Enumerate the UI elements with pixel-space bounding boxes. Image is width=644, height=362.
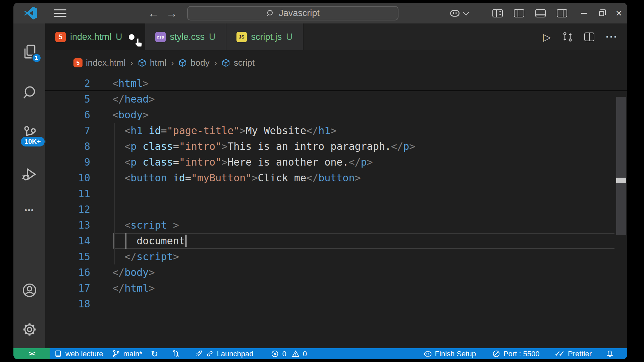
- code-text[interactable]: document: [112, 233, 627, 249]
- git-graph-item[interactable]: [167, 348, 184, 359]
- git-branch-icon: [112, 350, 120, 358]
- breadcrumb-file[interactable]: 5 index.html: [73, 58, 126, 68]
- editor-more-actions-icon[interactable]: ···: [606, 31, 618, 43]
- run-file-icon[interactable]: ▷: [543, 31, 551, 43]
- js-file-icon: JS: [236, 32, 247, 42]
- link-icon: [206, 350, 214, 358]
- line-number: 18: [45, 296, 112, 312]
- problems-item[interactable]: 0 0: [266, 348, 311, 359]
- code-line-11[interactable]: 11: [45, 186, 627, 201]
- formatter-item[interactable]: ✓✓ Prettier: [550, 348, 596, 359]
- line-number: 7: [45, 123, 112, 138]
- breadcrumb-body[interactable]: body: [178, 58, 209, 68]
- code-text[interactable]: <script >: [112, 217, 627, 233]
- line-number: 2: [45, 75, 112, 90]
- code-line-8[interactable]: 8 <p class="intro">This is an intro para…: [45, 138, 627, 154]
- code-line-16[interactable]: 16</body>: [45, 264, 627, 280]
- line-number: 10: [45, 170, 112, 186]
- code-line-18[interactable]: 18: [45, 296, 627, 312]
- code-line-13[interactable]: 13 <script >: [45, 217, 627, 233]
- restore-button[interactable]: [596, 9, 607, 17]
- code-line-7[interactable]: 7 <h1 id="page-title">My Website</h1>: [45, 123, 627, 138]
- search-sidebar-icon[interactable]: [21, 84, 38, 101]
- notifications-item[interactable]: [601, 348, 619, 359]
- breadcrumb-separator: ›: [171, 58, 174, 68]
- code-text[interactable]: </body>: [112, 264, 627, 280]
- copilot-menu[interactable]: [449, 8, 468, 18]
- toggle-panel-icon[interactable]: [535, 9, 546, 17]
- html-file-icon: 5: [73, 58, 83, 67]
- toggle-secondary-sidebar-icon[interactable]: [557, 9, 567, 17]
- code-line-2[interactable]: 2<html>: [45, 75, 627, 91]
- code-editor[interactable]: 2<html>5</head>6<body>7 <h1 id="page-tit…: [45, 75, 627, 348]
- git-status-letter: U: [209, 32, 216, 42]
- html-file-icon: 5: [55, 32, 66, 42]
- tab-label: index.html: [70, 32, 111, 42]
- tab-script-js[interactable]: JS script.js U: [226, 23, 304, 50]
- account-icon[interactable]: [21, 282, 38, 299]
- modified-dot-icon[interactable]: [129, 34, 135, 40]
- customize-layout-icon[interactable]: [492, 9, 503, 17]
- editor-scrollbar[interactable]: [616, 75, 626, 348]
- code-text[interactable]: [112, 186, 627, 201]
- code-text[interactable]: <button id="myButton">Click me</button>: [112, 170, 627, 186]
- explorer-icon[interactable]: 1: [21, 43, 38, 60]
- nav-back-icon[interactable]: ←: [147, 3, 160, 23]
- nav-forward-icon[interactable]: →: [165, 3, 178, 23]
- code-line-5[interactable]: 5</head>: [45, 91, 627, 107]
- code-text[interactable]: <h1 id="page-title">My Website</h1>: [112, 123, 627, 138]
- text-cursor: [185, 235, 186, 247]
- warnings-icon: [291, 350, 300, 358]
- launchpad-item[interactable]: Launchpad: [190, 348, 258, 359]
- menu-icon[interactable]: [54, 9, 66, 17]
- breadcrumb-separator: ›: [214, 58, 217, 68]
- code-line-6[interactable]: 6<body>: [45, 107, 627, 123]
- bell-icon: [606, 350, 614, 358]
- code-text[interactable]: <p class="intro">Here is another one.</p…: [112, 154, 627, 170]
- toggle-sidebar-icon[interactable]: [514, 9, 524, 17]
- breadcrumb-script[interactable]: script: [221, 58, 255, 68]
- code-text[interactable]: <html>: [112, 75, 627, 90]
- symbol-cube-icon: [138, 58, 147, 67]
- code-line-17[interactable]: 17</html>: [45, 280, 627, 296]
- copilot-icon: [424, 350, 432, 358]
- open-changes-icon[interactable]: [562, 32, 573, 42]
- line-number: 14: [45, 233, 112, 249]
- breadcrumb-html[interactable]: html: [138, 58, 166, 68]
- code-text[interactable]: </html>: [112, 280, 627, 296]
- close-button[interactable]: ×: [613, 3, 625, 23]
- remote-indicator[interactable]: ><: [13, 348, 50, 359]
- code-line-10[interactable]: 10 <button id="myButton">Click me</butto…: [45, 170, 627, 186]
- code-line-9[interactable]: 9 <p class="intro">Here is another one.<…: [45, 154, 627, 170]
- scrollbar-thumb[interactable]: [616, 97, 626, 235]
- minimize-button[interactable]: [578, 10, 590, 16]
- line-number: 6: [45, 107, 112, 123]
- code-text[interactable]: <p class="intro">This is an intro paragr…: [112, 138, 627, 154]
- code-text[interactable]: </head>: [112, 91, 627, 107]
- code-text[interactable]: <body>: [112, 107, 627, 123]
- live-server-port-item[interactable]: Port : 5500: [488, 348, 544, 359]
- code-text[interactable]: [112, 201, 627, 217]
- more-views-icon[interactable]: •••: [21, 201, 38, 219]
- code-line-12[interactable]: 12: [45, 201, 627, 217]
- code-line-15[interactable]: 15 </script>: [45, 249, 627, 264]
- source-control-icon[interactable]: 10K+: [21, 125, 38, 142]
- project-status-item[interactable]: web lecture: [50, 348, 108, 359]
- code-line-14[interactable]: 14 document: [45, 233, 627, 249]
- copilot-setup-item[interactable]: Finish Setup: [419, 348, 480, 359]
- settings-gear-icon[interactable]: [21, 321, 38, 338]
- sync-changes-item[interactable]: ↻: [147, 348, 163, 359]
- line-number: 8: [45, 138, 112, 154]
- run-debug-icon[interactable]: [21, 166, 38, 183]
- tab-index-html[interactable]: 5 index.html U: [45, 23, 145, 50]
- tab-label: style.css: [170, 32, 205, 42]
- split-editor-icon[interactable]: [584, 33, 594, 41]
- command-center-search[interactable]: Javascript: [187, 6, 398, 20]
- scrollbar-cursor-marker: [616, 178, 626, 183]
- title-bar: ← → Javascript ×: [13, 3, 627, 23]
- code-text[interactable]: [112, 296, 627, 312]
- code-text[interactable]: </script>: [112, 249, 627, 264]
- git-branch-item[interactable]: main*: [108, 348, 147, 359]
- line-number: 12: [45, 201, 112, 217]
- tab-style-css[interactable]: css style.css U: [145, 23, 226, 50]
